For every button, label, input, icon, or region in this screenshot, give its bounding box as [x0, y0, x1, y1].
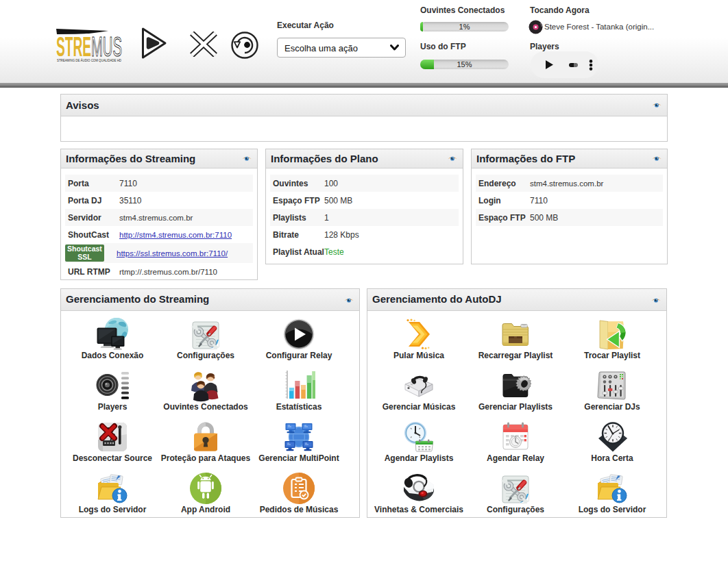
svg-text:MUS: MUS — [91, 32, 122, 62]
svg-text:STREAMING DE ÁUDIO COM QUALIDA: STREAMING DE ÁUDIO COM QUALIDADE HD — [57, 58, 121, 62]
svg-text:STRE: STRE — [56, 32, 91, 62]
